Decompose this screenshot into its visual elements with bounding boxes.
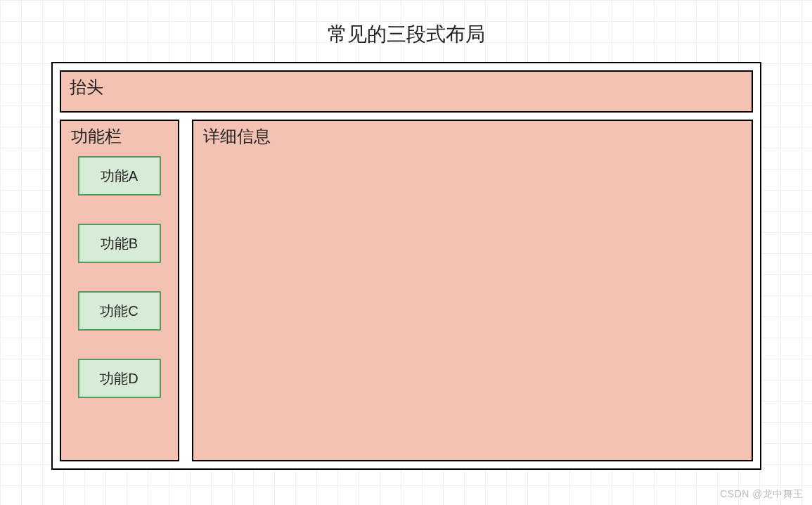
sidebar-item-c[interactable]: 功能C: [78, 291, 161, 331]
sidebar-item-label: 功能A: [101, 167, 138, 186]
header-label: 抬头: [70, 77, 103, 96]
body-row: 功能栏 功能A 功能B 功能C 功能D 详细信息: [60, 120, 753, 461]
sidebar-item-label: 功能C: [100, 302, 138, 321]
sidebar-item-label: 功能B: [101, 234, 138, 253]
layout-container: 抬头 功能栏 功能A 功能B 功能C 功能D 详细信息: [51, 62, 761, 470]
detail-section: 详细信息: [192, 120, 753, 461]
sidebar-item-label: 功能D: [100, 369, 138, 388]
sidebar-item-d[interactable]: 功能D: [78, 359, 161, 398]
sidebar-item-a[interactable]: 功能A: [78, 156, 161, 196]
sidebar-section: 功能栏 功能A 功能B 功能C 功能D: [60, 120, 179, 461]
sidebar-item-b[interactable]: 功能B: [78, 224, 161, 263]
detail-title: 详细信息: [203, 127, 271, 146]
sidebar-title: 功能栏: [61, 125, 178, 156]
watermark: CSDN @龙中舞王: [720, 488, 804, 501]
header-section: 抬头: [60, 70, 753, 113]
page-title: 常见的三段式布局: [0, 0, 812, 62]
sidebar-items: 功能A 功能B 功能C 功能D: [61, 156, 178, 398]
